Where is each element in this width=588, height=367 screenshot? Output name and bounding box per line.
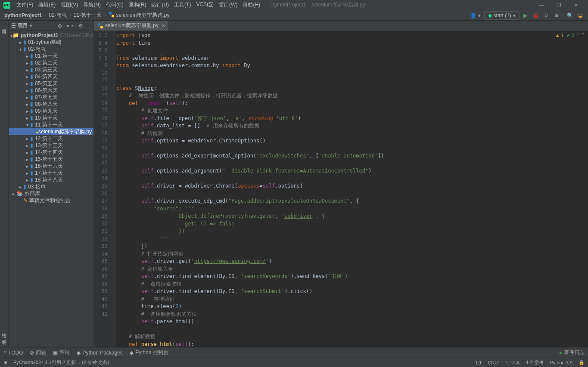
menu-item[interactable]: 工具(T) bbox=[171, 0, 193, 9]
menu-item[interactable]: 帮助(H) bbox=[240, 0, 263, 9]
line-separator[interactable]: CRLF bbox=[488, 360, 500, 365]
user-icon[interactable]: 👤 ▾ bbox=[468, 12, 482, 19]
tree-folder[interactable]: ▸📚外部库 bbox=[9, 190, 93, 197]
cursor-position[interactable]: 1:1 bbox=[475, 360, 482, 365]
tree-folder[interactable]: ▸▮06-第六天 bbox=[9, 87, 93, 94]
project-tree[interactable]: ▾📁pythonProject1C:\Users\1\Pycharm▸▮01-p… bbox=[9, 31, 93, 347]
svg-rect-5 bbox=[100, 26, 103, 28]
tool-windows-icon[interactable]: ⊞ bbox=[3, 360, 7, 365]
svg-rect-0 bbox=[109, 12, 112, 15]
event-log-tab[interactable]: ● 事件日志 bbox=[559, 349, 585, 356]
window-title: pythonProject1 – selenium爬苏宁易购.py bbox=[271, 1, 365, 9]
code-area[interactable]: import json import time from selenium im… bbox=[116, 31, 588, 347]
inspection-widget[interactable]: ▲ 1 ✔ 2 ˄˅ bbox=[555, 33, 585, 38]
run-with-coverage-button[interactable]: ↻ bbox=[542, 12, 551, 19]
editor-tabs: selenium爬苏宁易购.py × bbox=[94, 21, 588, 31]
star-icon: ☆ bbox=[1, 339, 7, 345]
app-logo: PC bbox=[3, 2, 10, 9]
menu-item[interactable]: 重构(R) bbox=[126, 0, 149, 9]
svg-rect-3 bbox=[37, 132, 38, 133]
tree-folder[interactable]: ▸▮01-第一天 bbox=[9, 52, 93, 59]
tree-folder[interactable]: ▸▮07-第七天 bbox=[9, 94, 93, 101]
expand-all-icon[interactable]: ⇥ bbox=[65, 23, 69, 29]
status-message[interactable]: PyCharm2024.1.1可用 // 更新… (2 分钟 之前) bbox=[13, 359, 109, 366]
tree-folder[interactable]: ▸▮08-第八天 bbox=[9, 101, 93, 108]
tree-file[interactable]: selenium爬苏宁易购.py bbox=[9, 128, 93, 135]
tree-folder[interactable]: ▸▮15-第十五天 bbox=[9, 156, 93, 163]
tree-folder[interactable]: ▾▮11-第十一天 bbox=[9, 121, 93, 128]
ide-update-icon[interactable]: ◒ bbox=[576, 12, 585, 19]
todo-tab[interactable]: ≡ TODO bbox=[3, 350, 23, 356]
status-bar: ⊞ PyCharm2024.1.1可用 // 更新… (2 分钟 之前) 1:1… bbox=[0, 358, 588, 367]
breadcrumb-item[interactable]: selenium爬苏宁易购.py bbox=[108, 12, 170, 19]
menu-item[interactable]: 运行(U) bbox=[149, 0, 171, 9]
tree-folder[interactable]: ▸▮16-第十六天 bbox=[9, 163, 93, 170]
hide-icon[interactable]: — bbox=[86, 23, 91, 29]
python-console-tab[interactable]: ◆ Python 控制台 bbox=[130, 349, 168, 356]
tree-folder[interactable]: ▸▮10-第十天 bbox=[9, 114, 93, 121]
tree-folder[interactable]: ▸▮04-第四天 bbox=[9, 73, 93, 80]
file-encoding[interactable]: UTF-8 bbox=[506, 360, 520, 365]
breadcrumb-item[interactable]: pythonProject1 bbox=[3, 12, 43, 19]
project-view-selector[interactable]: ☰ 项目 ▾ bbox=[11, 22, 32, 29]
menu-item[interactable]: VCS(S) bbox=[193, 0, 216, 9]
svg-rect-1 bbox=[112, 15, 114, 17]
indent-info[interactable]: 4 个空格 bbox=[526, 359, 544, 366]
maximize-button[interactable]: ❐ bbox=[550, 2, 567, 8]
close-button[interactable]: ✕ bbox=[567, 2, 585, 8]
lock-icon[interactable]: 🔒 bbox=[579, 360, 585, 365]
navbar: pythonProject1›02-爬虫›11-第十一天› selenium爬苏… bbox=[0, 10, 588, 21]
menubar: PC 文件(F)编辑(E)视图(V)导航(N)代码(C)重构(R)运行(U)工具… bbox=[0, 0, 588, 10]
problems-tab[interactable]: ⊘ 问题 bbox=[30, 349, 46, 356]
tree-folder[interactable]: ▸▮13-第十三天 bbox=[9, 142, 93, 149]
svg-rect-4 bbox=[98, 23, 100, 25]
bookmarks-tool-tab[interactable]: 书签 bbox=[1, 333, 7, 339]
settings-icon[interactable]: ⚙ bbox=[78, 23, 83, 29]
tree-folder[interactable]: ▸▮03-第三天 bbox=[9, 66, 93, 73]
tree-folder[interactable]: ✎草稿文件和控制台 bbox=[9, 197, 93, 204]
tree-folder[interactable]: ▸▮01-python基础 bbox=[9, 39, 93, 46]
left-tool-gutter: 项目 结构 书签 ☆ bbox=[0, 21, 9, 347]
editor[interactable]: 1 2 3 4 5 6 7 8 9 10 11 12 13 14 15 16 1… bbox=[94, 31, 588, 347]
menu-item[interactable]: 导航(N) bbox=[81, 0, 103, 9]
tree-folder[interactable]: ▸▮03-接单 bbox=[9, 183, 93, 190]
interpreter[interactable]: Python 3.9 bbox=[550, 360, 572, 365]
menu-item[interactable]: 文件(F) bbox=[14, 0, 36, 9]
tree-folder[interactable]: ▾📁pythonProject1C:\Users\1\Pycharm bbox=[9, 32, 93, 39]
stop-button[interactable]: ■ bbox=[552, 12, 561, 19]
select-opened-file-icon[interactable]: ⊕ bbox=[58, 23, 62, 29]
project-sidebar: ☰ 项目 ▾ ⊕ ⇥ ⇤ ⚙ — ▾📁pythonProject1C:\User… bbox=[9, 21, 94, 347]
run-configuration-selector[interactable]: ◆ start (1) ▾ bbox=[484, 11, 520, 20]
bottom-tool-tabs: ≡ TODO ⊘ 问题 ▣ 终端 ◆ Python Packages ◆ Pyt… bbox=[0, 347, 588, 358]
search-everywhere-button[interactable]: 🔍 bbox=[566, 12, 574, 19]
collapse-all-icon[interactable]: ⇤ bbox=[72, 23, 76, 29]
structure-tool-tab[interactable]: 结构 bbox=[1, 326, 7, 333]
packages-tab[interactable]: ◆ Python Packages bbox=[77, 350, 122, 356]
editor-tab[interactable]: selenium爬苏宁易购.py × bbox=[94, 21, 169, 31]
run-button[interactable]: ▶ bbox=[521, 12, 530, 19]
svg-rect-2 bbox=[35, 130, 37, 132]
close-tab-icon[interactable]: × bbox=[162, 23, 165, 29]
menu-item[interactable]: 编辑(E) bbox=[36, 0, 58, 9]
menu-item[interactable]: 窗口(W) bbox=[216, 0, 240, 9]
debug-button[interactable]: 🐞 bbox=[532, 12, 540, 19]
minimize-button[interactable]: ― bbox=[533, 2, 550, 8]
terminal-tab[interactable]: ▣ 终端 bbox=[53, 349, 70, 356]
fold-gutter bbox=[111, 31, 116, 347]
menu-item[interactable]: 代码(C) bbox=[103, 0, 126, 9]
menu-item[interactable]: 视图(V) bbox=[58, 0, 81, 9]
project-tool-tab[interactable]: 项目 bbox=[1, 22, 7, 29]
tree-folder[interactable]: ▸▮17-第十七天 bbox=[9, 170, 93, 176]
tree-folder[interactable]: ▸▮02-第二天 bbox=[9, 59, 93, 66]
tree-folder[interactable]: ▸▮18-第十八天 bbox=[9, 176, 93, 183]
breadcrumb-item[interactable]: 02-爬虫 bbox=[48, 12, 67, 19]
tree-folder[interactable]: ▸▮12-第十二天 bbox=[9, 135, 93, 142]
breadcrumb: pythonProject1›02-爬虫›11-第十一天› selenium爬苏… bbox=[3, 12, 170, 19]
breadcrumb-item[interactable]: 11-第十一天 bbox=[73, 12, 103, 19]
tree-folder[interactable]: ▸▮05-第五天 bbox=[9, 80, 93, 87]
tree-folder[interactable]: ▸▮09-第九天 bbox=[9, 108, 93, 114]
line-numbers: 1 2 3 4 5 6 7 8 9 10 11 12 13 14 15 16 1… bbox=[94, 31, 111, 347]
tree-folder[interactable]: ▾▮02-爬虫 bbox=[9, 46, 93, 52]
tree-folder[interactable]: ▸▮14-第十四天 bbox=[9, 149, 93, 156]
